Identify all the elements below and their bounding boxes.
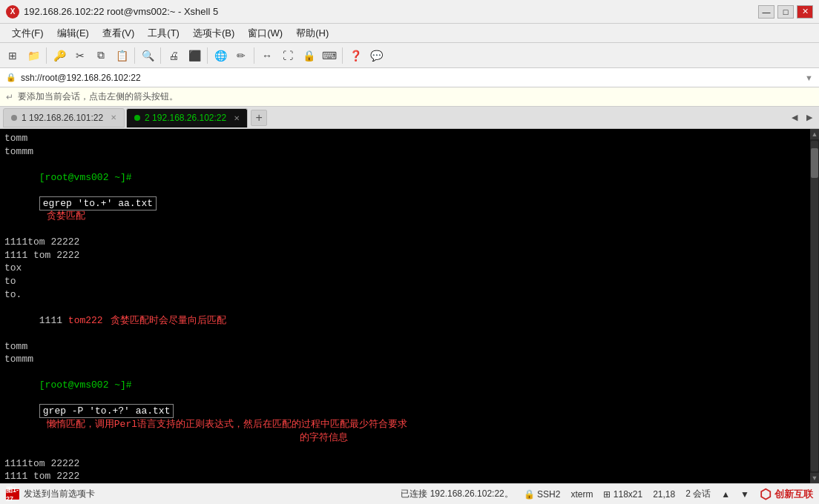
- window-controls: — □ ✕: [758, 5, 813, 19]
- minimize-button[interactable]: —: [758, 5, 774, 19]
- window-title: 192.168.26.102:22 root@vms002:~ - Xshell…: [24, 6, 218, 17]
- cmd-1: egrep 'to.+' aa.txt: [39, 196, 157, 210]
- prompt-1: [root@vms002 ~]#: [39, 172, 132, 183]
- status-icon: 图1-27: [6, 489, 19, 500]
- tab-1-label: 1 192.168.26.101:22: [22, 113, 103, 123]
- copy-button[interactable]: ⧉: [91, 46, 111, 65]
- protocol-label: SSH2: [537, 489, 560, 500]
- brand-label: 创新互联: [774, 488, 813, 501]
- scroll-up-button[interactable]: ▲: [810, 129, 819, 139]
- menubar: 文件(F) 编辑(E) 查看(V) 工具(T) 选项卡(B) 窗口(W) 帮助(…: [0, 24, 819, 43]
- addressbar-lock-icon: 🔒: [6, 73, 16, 82]
- terminal-line-7: to: [4, 275, 806, 288]
- terminal-container: tomm tommm [root@vms002 ~]# egrep 'to.+'…: [0, 129, 819, 483]
- tab-nav-next-button[interactable]: ▶: [803, 111, 816, 125]
- cmd-2-comment: 懒惰匹配，调用Perl语言支持的正则表达式，然后在匹配的过程中匹配最少符合要求 …: [4, 419, 407, 443]
- tab-2-close-icon[interactable]: ✕: [234, 114, 240, 122]
- tab-nav-prev-button[interactable]: ◀: [788, 111, 801, 125]
- terminal-line-2: tommm: [4, 145, 806, 159]
- tab-1-status-dot: [11, 115, 17, 121]
- terminal-scrollbar: ▲ ▼: [810, 129, 819, 483]
- terminal-line-6: tox: [4, 262, 806, 275]
- sep5: [254, 47, 254, 64]
- scroll-thumb[interactable]: [811, 148, 818, 178]
- tab-1-close-icon[interactable]: ✕: [111, 113, 116, 122]
- scroll-down-icon[interactable]: ▼: [740, 489, 749, 500]
- scroll-up-icon[interactable]: ▲: [721, 489, 730, 500]
- connection-status: 已连接 192.168.26.102:22。: [401, 488, 513, 500]
- tab-2-label: 2 192.168.26.102:22: [145, 113, 226, 123]
- terminal-line-12: [root@vms002 ~]# grep -P 'to.+?' aa.txt …: [4, 366, 806, 457]
- menu-tools[interactable]: 工具(T): [142, 25, 185, 42]
- terminal[interactable]: tomm tommm [root@vms002 ~]# egrep 'to.+'…: [0, 129, 810, 483]
- lock-icon: 🔒: [524, 489, 535, 500]
- status-message: 发送到当前选项卡: [24, 488, 95, 500]
- chat-button[interactable]: 💬: [366, 46, 386, 65]
- infobar-message: 要添加当前会话，点击左侧的箭头按钮。: [18, 90, 178, 103]
- addressbar-dropdown-icon[interactable]: ▼: [805, 73, 813, 82]
- addressbar: 🔒 ssh://root@192.168.26.102:22 ▼: [0, 68, 819, 87]
- open-button[interactable]: 📁: [24, 46, 43, 65]
- menu-help[interactable]: 帮助(H): [290, 25, 335, 42]
- tab-nav: ◀ ▶: [788, 111, 816, 125]
- menu-file[interactable]: 文件(F): [6, 25, 50, 42]
- tab-add-button[interactable]: +: [251, 110, 267, 126]
- addressbar-url: ssh://root@192.168.26.102:22: [21, 73, 800, 83]
- cut-button[interactable]: ✂: [70, 46, 90, 65]
- menu-window[interactable]: 窗口(W): [242, 25, 289, 42]
- print2-button[interactable]: ⬛: [185, 46, 204, 65]
- titlebar-left: X 192.168.26.102:22 root@vms002:~ - Xshe…: [6, 5, 218, 19]
- keyboard-button[interactable]: ⌨: [320, 46, 339, 65]
- paste-button[interactable]: 📋: [112, 46, 131, 65]
- tab-2-status-dot: [134, 115, 140, 121]
- terminal-size: ⊞ 118x21: [603, 489, 642, 500]
- refresh-button[interactable]: ↔: [257, 46, 277, 65]
- sep1: [46, 47, 47, 64]
- new-button[interactable]: ⊞: [3, 46, 22, 65]
- net-button[interactable]: 🌐: [211, 46, 230, 65]
- tab-2[interactable]: 2 192.168.26.102:22 ✕: [126, 108, 248, 127]
- terminal-line-1: tomm: [4, 132, 806, 145]
- expand-button[interactable]: ⛶: [278, 46, 297, 65]
- infobar-arrow-icon[interactable]: ↵: [6, 92, 13, 102]
- terminal-line-10: tomm: [4, 340, 806, 354]
- status-left: 图1-27 发送到当前选项卡: [6, 488, 401, 500]
- sep2: [134, 47, 135, 64]
- terminal-line-13: 1111tom 22222: [4, 457, 806, 471]
- tabbar: 1 192.168.26.101:22 ✕ 2 192.168.26.102:2…: [0, 107, 819, 129]
- print-button[interactable]: 🖨: [164, 46, 183, 65]
- prompt-2: [root@vms002 ~]#: [39, 379, 132, 391]
- terminal-line-5: 1111 tom 2222: [4, 249, 806, 262]
- titlebar: X 192.168.26.102:22 root@vms002:~ - Xshe…: [0, 0, 819, 24]
- terminal-line-9: 1111 tom222贪婪匹配时会尽量向后匹配: [4, 301, 806, 340]
- protocol-info: 🔒 SSH2: [524, 489, 561, 500]
- terminal-line-11: tommm: [4, 353, 806, 366]
- scroll-track[interactable]: [811, 141, 818, 471]
- menu-edit[interactable]: 编辑(E): [51, 25, 95, 42]
- cmd-1-comment: 贪婪匹配: [47, 210, 85, 222]
- terminal-line-3: [root@vms002 ~]# egrep 'to.+' aa.txt 贪婪匹…: [4, 158, 806, 236]
- find-button[interactable]: 🔍: [138, 46, 157, 65]
- brand-icon: ⬡: [760, 486, 772, 503]
- statusbar: 图1-27 发送到当前选项卡 已连接 192.168.26.102:22。 🔒 …: [0, 483, 819, 504]
- terminal-line-4: 1111tom 22222: [4, 236, 806, 249]
- session-count: 2 会话: [685, 488, 711, 500]
- sep6: [342, 47, 343, 64]
- close-button[interactable]: ✕: [797, 5, 813, 19]
- tab-1[interactable]: 1 192.168.26.101:22 ✕: [3, 108, 125, 127]
- menu-view[interactable]: 查看(V): [96, 25, 140, 42]
- key-button[interactable]: 🔑: [50, 46, 69, 65]
- scroll-down-button[interactable]: ▼: [810, 473, 819, 483]
- lock-button[interactable]: 🔒: [299, 46, 318, 65]
- edit-button[interactable]: ✏: [231, 46, 251, 65]
- infobar: ↵ 要添加当前会话，点击左侧的箭头按钮。: [0, 87, 819, 107]
- term-type: xterm: [570, 489, 593, 500]
- menu-tabs[interactable]: 选项卡(B): [187, 25, 240, 42]
- brand-logo: ⬡ 创新互联: [760, 486, 813, 503]
- help-button[interactable]: ❓: [346, 46, 365, 65]
- cursor-position: 21,18: [653, 489, 675, 500]
- status-right: 已连接 192.168.26.102:22。 🔒 SSH2 xterm ⊞ 11…: [401, 486, 813, 503]
- maximize-button[interactable]: □: [777, 5, 794, 19]
- app-icon: X: [6, 5, 19, 19]
- terminal-line-14: 1111 tom 2222: [4, 470, 806, 483]
